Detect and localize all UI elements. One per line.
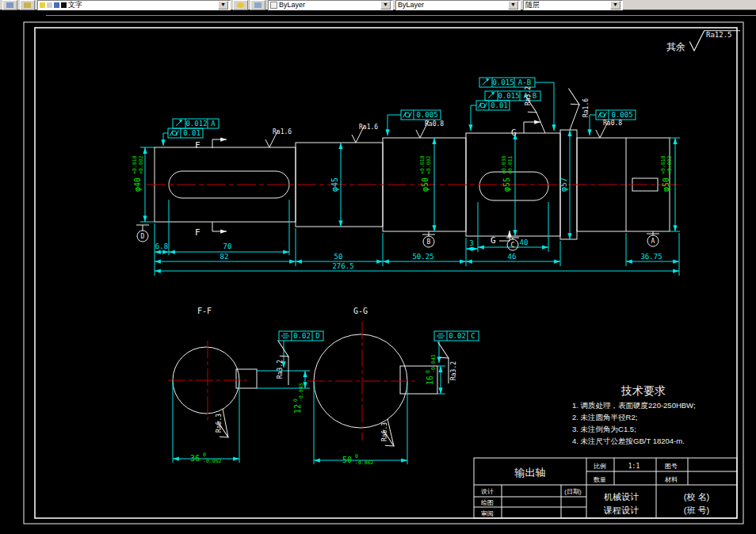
lineweight-dropdown-arrow[interactable]: ▼ [610,1,620,10]
match-layer-icon [237,2,244,8]
color-control-combo[interactable]: ByLayer ▼ [268,0,393,10]
dim-tol-upper: +0.018 [660,155,666,174]
circular-runout-icon [483,78,490,85]
circular-runout-icon [176,120,183,126]
fcf-datum: A-B [518,78,531,86]
dim-6-8: 6.8 [155,242,168,250]
cut-letter: F [195,227,200,238]
dim-value: 36 [190,454,200,463]
part-name: 输出轴 [514,467,546,479]
sheet-border [24,22,743,524]
extension-lines [155,200,679,276]
roughness-value: Ra1.6 [359,124,378,131]
dim-value: 12 [293,404,302,414]
tech-req-item: 4. 未注尺寸公差按GB/T 18204-m. [572,437,685,445]
layer-states-button[interactable] [20,0,35,10]
general-roughness-note: 其余 Ra12.5 [666,31,740,52]
technical-requirements: 技术要求 1. 调质处理，表面硬度220-250HBW; 2. 未注圆角半径R2… [572,384,696,445]
tech-req-title: 技术要求 [620,384,666,397]
fcf-datum: A [211,120,216,128]
layer-dropdown-arrow[interactable]: ▼ [218,1,228,10]
linetype-dropdown-arrow[interactable]: ▼ [508,1,518,10]
fcf-tolerance: 0.01 [491,101,508,109]
fcf-tolerance: 0.005 [611,111,632,119]
color-dropdown-arrow[interactable]: ▼ [380,1,391,10]
layer-on-icon [40,2,45,8]
dim-tol-lower: +0.002 [666,155,673,174]
title-block: 输出轴 比例 1:1 数量 图号 材料 设计 (日期) 绘图 审阅 机械设计 课… [474,458,737,518]
roughness-value: Ra0.8 [425,120,444,128]
layers-icon [6,2,13,8]
dim-3: 3 [469,239,473,247]
datum-letter: D [141,233,145,240]
cylindricity-icon [403,113,412,118]
dim-tol-upper: +0.018 [132,155,138,174]
keyway-slot-mid [479,172,548,200]
layer-lock-icon [54,2,59,8]
cylindricity-icon [479,103,487,109]
current-layer-name: 文字 [68,0,82,10]
dim-82: 82 [220,253,229,261]
roughness-value: Ra0.8 [603,120,622,127]
roughness-check-icon [271,340,292,360]
review-label: 审阅 [481,510,494,517]
section-view-FF: F-F 36 0 -0.062 12 0 -0.043 [168,307,323,464]
linetype-control-combo[interactable]: ByLayer ▼ [395,0,521,10]
drawing-canvas[interactable]: 其余 Ra12.5 φ40 +0.018 [0,10,756,534]
dim-value: φ50 [421,177,430,192]
previous-layer-button[interactable] [250,0,265,10]
roughness-value: Ra3.2 [525,86,532,105]
layer-color-chip [61,2,67,8]
dim-70: 70 [223,242,232,250]
roughness-value: Ra1.6 [273,128,292,135]
layer-select-combo[interactable]: 文字 ▼ [37,0,231,10]
undo-layer-icon [254,2,262,8]
section-title: G-G [353,307,368,315]
dim-tol-upper: +0.018 [419,155,426,174]
design-label: 设计 [481,488,494,495]
dim-tol-upper: +0.030 [501,155,507,174]
make-object-layer-button[interactable] [233,0,248,10]
datum-letter: A [651,238,655,245]
cut-label-F-top: F [195,139,227,151]
dim-total-276-5: 276.5 [332,262,353,270]
date-label: (日期) [564,488,582,495]
dim-tol-lower: +0.002 [138,155,144,174]
circular-runout-icon [488,92,495,98]
color-swatch-icon [270,2,277,9]
fcf-tolerance: 0.005 [416,111,437,119]
fcf-ff-symmetry: 0.02 D [279,331,323,368]
layer-manager-button[interactable] [2,0,17,10]
dim-tol-lower: +0.011 [507,155,514,174]
school-name: (校 名) [684,492,709,502]
dim-value: φ50 [662,177,670,192]
fcf-tolerance: 0.015 [492,78,514,86]
dim-36-75: 36.75 [640,253,662,261]
dim-40: 40 [520,238,529,246]
symmetry-icon [281,334,289,338]
scale-label: 比例 [594,463,606,470]
cut-letter: G [511,128,517,138]
symmetry-icon [437,334,445,338]
lineweight-control-combo[interactable]: 随层 ▼ [523,0,623,10]
dim-tol-lower: -0.043 [430,354,437,373]
cut-label-F-bottom: F [195,222,227,238]
color-control-value: ByLayer [279,1,305,9]
datum-A: A [647,231,659,246]
course-name-line2: 课程设计 [603,505,639,515]
fcf-tolerance: 0.02 [293,332,311,340]
roughness-value: Ra1.6 [582,98,590,117]
class-number: (班 号) [684,505,709,515]
roughness-value: Ra3.2 [277,360,284,379]
dim-50-25: 50.25 [412,253,433,261]
tech-req-item: 3. 未注倒角为C1.5; [572,425,636,433]
datum-letter: C [511,242,515,249]
fcf-tolerance: 0.01 [183,129,200,137]
tech-req-item: 2. 未注圆角半径R2; [572,413,637,421]
length-dimensions: 6.8 70 3 40 82 50 50.25 46 36.75 276.5 [155,200,679,276]
roughness-value: Ra6.3 [381,422,388,441]
dim-value: φ45 [330,177,339,192]
dim-50: 50 [334,253,343,261]
tech-req-item: 1. 调质处理，表面硬度220-250HBW; [572,401,696,410]
layer-properties-toolbar: 文字 ▼ ByLayer ▼ ByLayer ▼ 随层 ▼ [0,0,756,10]
